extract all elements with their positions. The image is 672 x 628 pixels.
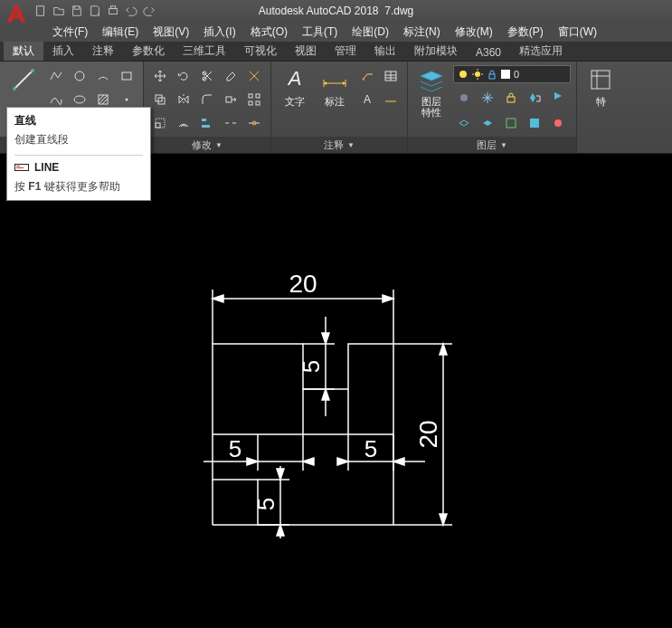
svg-rect-2 bbox=[110, 6, 115, 9]
mtext-icon[interactable]: A bbox=[356, 89, 378, 110]
qat-redo[interactable] bbox=[141, 3, 157, 19]
tooltip-help: 按 F1 键获得更多帮助 bbox=[14, 179, 143, 195]
menu-insert[interactable]: 插入(I) bbox=[196, 22, 242, 42]
explode-icon[interactable] bbox=[243, 65, 265, 87]
layer-iso-icon[interactable] bbox=[453, 112, 475, 134]
polyline-icon[interactable] bbox=[45, 65, 67, 87]
quick-access-toolbar bbox=[33, 3, 157, 19]
properties-button[interactable]: 特 bbox=[582, 65, 619, 107]
tab-view[interactable]: 视图 bbox=[286, 42, 326, 61]
lock-icon bbox=[487, 69, 497, 80]
layer-state-icon[interactable] bbox=[524, 112, 545, 134]
dimension-button[interactable]: 标注 bbox=[317, 65, 353, 107]
svg-rect-24 bbox=[202, 119, 206, 121]
array-icon[interactable] bbox=[243, 89, 265, 110]
stretch-icon[interactable] bbox=[220, 89, 241, 110]
align-icon[interactable] bbox=[196, 112, 218, 134]
layer-dropdown[interactable]: 0 bbox=[453, 65, 571, 83]
svg-rect-42 bbox=[16, 167, 24, 168]
svg-rect-19 bbox=[256, 94, 260, 98]
rectangle-icon[interactable] bbox=[116, 65, 137, 87]
tab-a360[interactable]: A360 bbox=[467, 44, 510, 61]
layer-match-icon[interactable] bbox=[524, 87, 545, 109]
tab-insert[interactable]: 插入 bbox=[43, 42, 83, 61]
tab-featured[interactable]: 精选应用 bbox=[510, 42, 572, 61]
svg-rect-35 bbox=[506, 119, 516, 128]
qat-save[interactable] bbox=[69, 3, 85, 19]
svg-rect-1 bbox=[109, 8, 118, 14]
text-icon: A bbox=[280, 65, 309, 94]
qat-undo[interactable] bbox=[123, 3, 139, 19]
layer-properties-button[interactable]: 图层 特性 bbox=[413, 65, 450, 118]
leader-icon[interactable] bbox=[356, 65, 378, 87]
layer-lock-icon[interactable] bbox=[500, 87, 522, 109]
menu-window[interactable]: 窗口(W) bbox=[551, 22, 604, 42]
svg-point-8 bbox=[74, 96, 85, 103]
panel-annotate-title[interactable]: 注释▼ bbox=[271, 137, 407, 153]
tab-visualize[interactable]: 可视化 bbox=[235, 42, 286, 61]
join-icon[interactable] bbox=[243, 112, 265, 134]
menu-tools[interactable]: 工具(T) bbox=[295, 22, 345, 42]
copy-icon[interactable] bbox=[149, 89, 171, 110]
svg-point-5 bbox=[31, 69, 34, 72]
svg-rect-41 bbox=[16, 166, 20, 167]
fillet-icon[interactable] bbox=[196, 89, 218, 110]
menu-view[interactable]: 视图(V) bbox=[146, 22, 196, 42]
circle-icon[interactable] bbox=[69, 65, 90, 87]
svg-point-30 bbox=[459, 71, 467, 78]
svg-point-31 bbox=[475, 71, 480, 77]
rotate-icon[interactable] bbox=[173, 65, 194, 87]
dim-right: 20 bbox=[414, 420, 442, 448]
properties-icon bbox=[586, 65, 615, 94]
layer-uniso-icon[interactable] bbox=[477, 112, 498, 134]
layer-prop-label: 图层 特性 bbox=[421, 96, 441, 118]
text-button[interactable]: A 文字 bbox=[277, 65, 313, 107]
command-icon bbox=[14, 162, 29, 173]
table-icon[interactable] bbox=[380, 65, 402, 87]
menu-file[interactable]: 文件(F) bbox=[45, 22, 95, 42]
mirror-icon[interactable] bbox=[173, 89, 194, 110]
dim-notch-right: 5 bbox=[364, 435, 377, 462]
ribbon-tabs: 默认 插入 注释 参数化 三维工具 可视化 视图 管理 输出 附加模块 A360… bbox=[0, 42, 672, 62]
layer-off-icon[interactable] bbox=[453, 87, 475, 109]
layer-make-icon[interactable] bbox=[500, 112, 522, 134]
erase-icon[interactable] bbox=[220, 65, 241, 87]
scale-icon[interactable] bbox=[149, 112, 171, 134]
menu-parametric[interactable]: 参数(P) bbox=[500, 22, 551, 42]
tooltip-line: 直线 创建直线段 LINE 按 F1 键获得更多帮助 bbox=[6, 107, 151, 201]
drawing-canvas[interactable]: 20 20 5 bbox=[0, 154, 672, 628]
qat-saveas[interactable] bbox=[87, 3, 103, 19]
tab-manage[interactable]: 管理 bbox=[326, 42, 365, 61]
qat-new[interactable] bbox=[33, 3, 49, 19]
move-icon[interactable] bbox=[149, 65, 171, 87]
dim-linear-icon[interactable] bbox=[380, 89, 402, 110]
svg-rect-22 bbox=[156, 123, 160, 128]
qat-plot[interactable] bbox=[105, 3, 121, 19]
menu-modify[interactable]: 修改(M) bbox=[448, 22, 500, 42]
tab-output[interactable]: 输出 bbox=[365, 42, 405, 61]
svg-point-10 bbox=[126, 99, 128, 101]
panel-modify-title[interactable]: 修改▼ bbox=[144, 137, 270, 153]
tab-default[interactable]: 默认 bbox=[4, 42, 43, 61]
qat-open[interactable] bbox=[51, 3, 67, 19]
layer-walk-icon[interactable] bbox=[547, 112, 569, 134]
line-button[interactable] bbox=[5, 65, 42, 94]
svg-rect-17 bbox=[226, 97, 232, 102]
menu-dimension[interactable]: 标注(N) bbox=[396, 22, 448, 42]
menu-draw[interactable]: 绘图(D) bbox=[345, 22, 396, 42]
layer-previous-icon[interactable] bbox=[547, 87, 569, 109]
tab-3dtools[interactable]: 三维工具 bbox=[174, 42, 235, 61]
arc-icon[interactable] bbox=[92, 65, 114, 87]
svg-rect-20 bbox=[249, 101, 252, 105]
tab-parametric[interactable]: 参数化 bbox=[123, 42, 174, 61]
tab-annotate[interactable]: 注释 bbox=[83, 42, 123, 61]
tab-addins[interactable]: 附加模块 bbox=[405, 42, 467, 61]
break-icon[interactable] bbox=[220, 112, 241, 134]
offset-icon[interactable] bbox=[173, 112, 194, 134]
menu-edit[interactable]: 编辑(E) bbox=[95, 22, 146, 42]
menu-format[interactable]: 格式(O) bbox=[243, 22, 295, 42]
layer-freeze-icon[interactable] bbox=[477, 87, 498, 109]
panel-layers-title[interactable]: 图层▼ bbox=[408, 137, 576, 153]
trim-icon[interactable] bbox=[196, 65, 218, 87]
svg-rect-32 bbox=[489, 74, 495, 79]
